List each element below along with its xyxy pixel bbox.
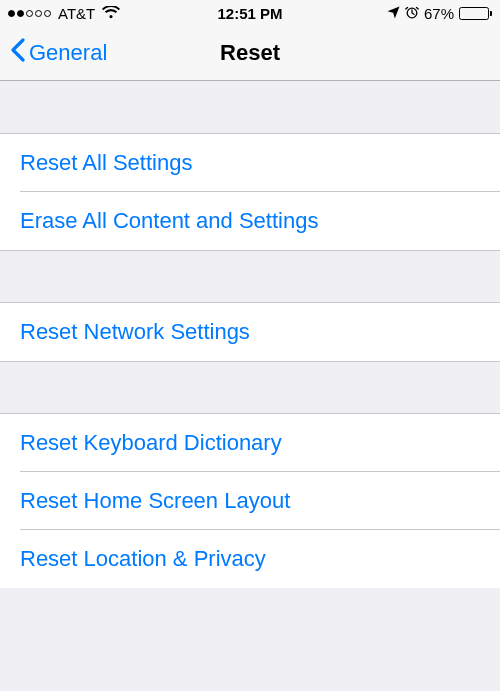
- item-label: Erase All Content and Settings: [20, 208, 318, 234]
- item-label: Reset Location & Privacy: [20, 546, 266, 572]
- location-icon: [387, 5, 400, 22]
- back-button[interactable]: General: [10, 38, 107, 68]
- wifi-icon: [102, 5, 120, 22]
- alarm-icon: [405, 5, 419, 22]
- section-spacer: [0, 361, 500, 414]
- back-label: General: [29, 40, 107, 66]
- status-bar: AT&T 12:51 PM 67%: [0, 0, 500, 26]
- status-right: 67%: [387, 5, 492, 22]
- carrier-label: AT&T: [58, 5, 95, 22]
- erase-all-content[interactable]: Erase All Content and Settings: [0, 192, 500, 250]
- item-label: Reset Keyboard Dictionary: [20, 430, 282, 456]
- reset-network-settings[interactable]: Reset Network Settings: [0, 303, 500, 361]
- chevron-left-icon: [10, 38, 25, 68]
- battery-percent: 67%: [424, 5, 454, 22]
- battery-icon: [459, 7, 492, 20]
- reset-location-privacy[interactable]: Reset Location & Privacy: [0, 530, 500, 588]
- item-label: Reset Network Settings: [20, 319, 250, 345]
- page-title: Reset: [220, 40, 280, 66]
- item-label: Reset Home Screen Layout: [20, 488, 290, 514]
- signal-strength-icon: [8, 10, 51, 17]
- status-left: AT&T: [8, 5, 120, 22]
- section-spacer: [0, 81, 500, 134]
- item-label: Reset All Settings: [20, 150, 192, 176]
- reset-home-screen-layout[interactable]: Reset Home Screen Layout: [0, 472, 500, 530]
- nav-bar: General Reset: [0, 26, 500, 81]
- section-spacer: [0, 250, 500, 303]
- reset-keyboard-dictionary[interactable]: Reset Keyboard Dictionary: [0, 414, 500, 472]
- status-time: 12:51 PM: [217, 5, 282, 22]
- reset-all-settings[interactable]: Reset All Settings: [0, 134, 500, 192]
